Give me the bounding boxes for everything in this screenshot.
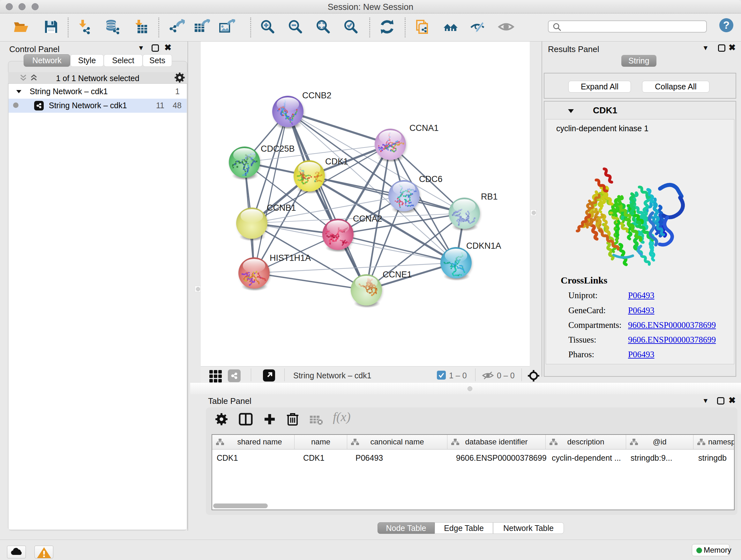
svg-text:RB1: RB1 xyxy=(481,192,498,201)
svg-text:HIST1H1A: HIST1H1A xyxy=(270,253,311,263)
svg-text:CCNA1: CCNA1 xyxy=(409,123,439,133)
svg-text:CDK1: CDK1 xyxy=(325,157,348,166)
svg-text:CDC25B: CDC25B xyxy=(261,144,295,153)
svg-text:CCNB2: CCNB2 xyxy=(302,91,332,100)
svg-text:CDKN1A: CDKN1A xyxy=(466,241,501,251)
svg-text:CCNB1: CCNB1 xyxy=(267,203,296,212)
svg-text:CCNA2: CCNA2 xyxy=(353,214,382,224)
svg-text:CDC6: CDC6 xyxy=(419,174,443,184)
svg-text:CCNE1: CCNE1 xyxy=(383,270,412,279)
